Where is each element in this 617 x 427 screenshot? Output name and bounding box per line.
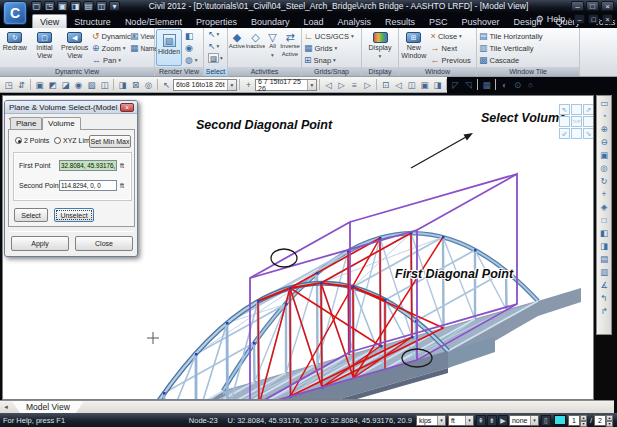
- select-single-button[interactable]: ↖▾: [204, 28, 227, 40]
- view-corner-topright-icon[interactable]: ⇗: [583, 104, 594, 115]
- tab-node-element[interactable]: Node/Element: [118, 15, 189, 28]
- all-button[interactable]: ▽ All▾: [265, 28, 280, 67]
- tile-vertically-button[interactable]: ▥ Tile Vertically: [477, 42, 579, 54]
- tab-volume[interactable]: Volume: [42, 117, 81, 130]
- minimize-button[interactable]: –: [571, 1, 584, 11]
- previous-window-button[interactable]: ← Previous: [429, 54, 476, 66]
- new-window-button[interactable]: ⊞ New Window: [399, 28, 429, 67]
- tab-results[interactable]: Results: [378, 15, 422, 28]
- initial-view-button[interactable]: ▢ Initial View: [30, 28, 60, 67]
- hidden-button[interactable]: ▧ Hidden: [156, 29, 182, 66]
- redraw-button[interactable]: ↻ Redraw: [0, 28, 30, 67]
- app-logo-icon[interactable]: C: [3, 1, 27, 25]
- named-view-button[interactable]: ▦ Named View: [128, 42, 154, 54]
- length-unit-dropdown-icon[interactable]: ▾: [465, 416, 473, 425]
- palette-icon[interactable]: ▯: [541, 415, 551, 426]
- tab-analysis[interactable]: Analysis: [331, 15, 379, 28]
- grids-button[interactable]: ▦ Grids▾: [302, 42, 361, 54]
- color-swatch[interactable]: [554, 415, 566, 425]
- view-point-button[interactable]: ▤ View Point▾: [128, 30, 154, 42]
- tab-properties[interactable]: Properties: [189, 15, 244, 28]
- zoom-auto-icon[interactable]: ◎: [598, 162, 611, 175]
- radio-2-points[interactable]: 2 Points: [15, 137, 49, 144]
- view-edge-top[interactable]: [571, 104, 582, 115]
- print-preview-icon[interactable]: ◫: [96, 1, 107, 11]
- unselect-window-icon[interactable]: ◨: [116, 78, 129, 91]
- first-point-input[interactable]: 32.8084, 45.93176, 20.9: [59, 160, 117, 171]
- status-next-icon[interactable]: ⇟: [487, 415, 497, 426]
- print-icon[interactable]: ▤: [83, 1, 94, 11]
- dynamic-menu-button[interactable]: ↺ Dynamic▾: [90, 30, 128, 42]
- select-identity-node-icon[interactable]: ↖: [160, 78, 173, 91]
- page-current[interactable]: 1: [568, 415, 580, 426]
- element-combo-dropdown-icon[interactable]: ▾: [307, 80, 316, 90]
- zoom-in-icon[interactable]: ⊕: [598, 123, 611, 136]
- shrink-button[interactable]: ◉: [183, 42, 201, 54]
- zoom-dynamic-icon[interactable]: ◔: [598, 110, 611, 123]
- tile-horizontally-button[interactable]: ▤ Tile Horizontally: [477, 30, 579, 42]
- display-node-icon[interactable]: ◁: [392, 78, 405, 91]
- filter-combo[interactable]: none ▾: [509, 415, 539, 426]
- view-edge-left[interactable]: [559, 116, 570, 127]
- tab-scroll-left-icon[interactable]: ◂: [0, 401, 12, 413]
- mdi-close-button[interactable]: ×: [602, 14, 613, 24]
- snap-toggle-icon[interactable]: ◐: [498, 78, 511, 91]
- select-window-button[interactable]: ↖▾: [204, 40, 227, 52]
- rotate-icon[interactable]: ↻: [598, 175, 611, 188]
- angle-view-icon[interactable]: ∡: [598, 279, 611, 292]
- node-combo-dropdown-icon[interactable]: ▾: [227, 80, 236, 90]
- view-edge-bottom[interactable]: [571, 128, 582, 139]
- dialog-close-action-button[interactable]: Close: [75, 236, 133, 251]
- group-select-icon[interactable]: ◎: [142, 78, 155, 91]
- mdi-restore-button[interactable]: □: [588, 14, 599, 24]
- select-intersect-icon[interactable]: ◉: [72, 78, 85, 91]
- previous-view-button[interactable]: ◀ Previous View: [59, 28, 90, 67]
- view-next-icon[interactable]: ↱: [598, 305, 611, 318]
- active-identity-icon[interactable]: ▷: [361, 78, 374, 91]
- active-button[interactable]: ◆ Active: [228, 28, 246, 67]
- zoom-window-icon[interactable]: ▭: [598, 97, 611, 110]
- unselect-all-icon[interactable]: ⊠: [129, 78, 142, 91]
- radio-2-points-icon[interactable]: [15, 137, 22, 144]
- pan-move-icon[interactable]: +: [598, 188, 611, 201]
- pan-menu-button[interactable]: ↔ Pan▾: [90, 54, 128, 66]
- tab-psc[interactable]: PSC: [422, 15, 455, 28]
- page-spinner[interactable]: 1 ▲▼: [568, 415, 587, 426]
- view-corner-bottomright-icon[interactable]: ⇘: [583, 128, 594, 139]
- lock-icon[interactable]: ⊙: [511, 78, 524, 91]
- qat-more-icon[interactable]: ▾: [109, 1, 120, 11]
- help-dropdown-icon[interactable]: ▾: [568, 16, 571, 22]
- mdi-minimize-button[interactable]: –: [574, 14, 585, 24]
- help-menu[interactable]: Help: [547, 14, 566, 24]
- model-view-tab[interactable]: Model View: [12, 401, 84, 413]
- new-file-icon[interactable]: ▢: [31, 1, 42, 11]
- model-view-canvas[interactable]: Second Diagonal Point Select Volume Firs…: [2, 95, 594, 400]
- dialog-title-bar[interactable]: Plane & Volume Select-(Model View): [5, 101, 137, 114]
- total-down-icon[interactable]: ▼: [606, 421, 613, 427]
- ucs-gcs-button[interactable]: ∟ UCS/GCS▾: [302, 30, 361, 42]
- set-min-max-button[interactable]: Set Min Max: [89, 135, 131, 148]
- radio-xyz-limit[interactable]: XYZ Limit: [54, 137, 93, 144]
- select-type-button[interactable]: ▨▾: [204, 52, 227, 64]
- cascade-button[interactable]: ▩ Cascade: [477, 54, 579, 66]
- tab-structure[interactable]: Structure: [67, 15, 118, 28]
- import-icon[interactable]: ◨: [70, 1, 81, 11]
- top-view-icon[interactable]: □: [598, 214, 611, 227]
- status-play-icon[interactable]: ▶: [498, 415, 508, 426]
- right-view-icon[interactable]: ◨: [598, 240, 611, 253]
- radio-xyz-limit-icon[interactable]: [54, 137, 61, 144]
- select-recent-icon[interactable]: ⇵: [15, 78, 28, 91]
- dialog-close-button[interactable]: ×: [120, 103, 134, 112]
- zoom-window-toolbar-icon[interactable]: ⊡: [379, 78, 392, 91]
- iso-view-icon[interactable]: ◈: [598, 201, 611, 214]
- tab-pushover[interactable]: Pushover: [455, 15, 507, 28]
- select-previous-icon[interactable]: ◳: [2, 78, 15, 91]
- close-window-button[interactable]: × Close▾: [429, 30, 476, 42]
- view-top-button[interactable]: TOP: [571, 116, 582, 127]
- view-corner-topleft-icon[interactable]: ⇖: [559, 104, 570, 115]
- display-element-icon[interactable]: ◫: [405, 78, 418, 91]
- select-window-toolbar-icon[interactable]: ◩: [46, 78, 59, 91]
- open-file-icon[interactable]: ◳: [44, 1, 55, 11]
- select-all-icon[interactable]: ▣: [33, 78, 46, 91]
- node-number-icon[interactable]: ◸: [449, 78, 462, 91]
